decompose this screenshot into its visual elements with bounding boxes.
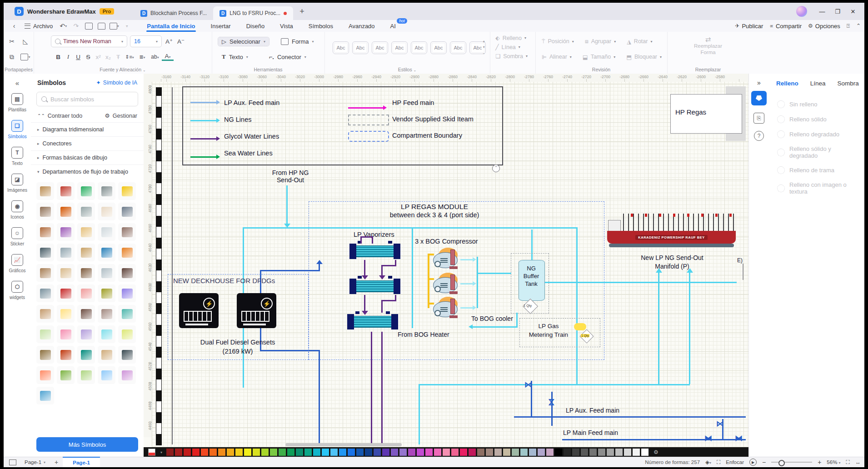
color-swatch[interactable] [253, 449, 260, 456]
symbol-thumbnail[interactable] [118, 223, 136, 241]
symbol-thumbnail[interactable] [98, 203, 115, 220]
symbol-thumbnail[interactable] [98, 182, 115, 200]
legend-label[interactable]: Sea Water Lines [224, 150, 273, 157]
color-swatch[interactable] [399, 449, 407, 456]
color-swatch[interactable] [520, 449, 528, 456]
sidebar-item-plantillas[interactable]: ▤Plantillas [7, 93, 27, 112]
symbol-thumbnail[interactable] [98, 223, 115, 241]
glycol-line[interactable] [360, 236, 373, 238]
sidebar-item-gráficos[interactable]: 📈Gráficos [7, 254, 27, 273]
app-tab[interactable]: D Wondershare EdrawMax Pro [4, 3, 120, 20]
more-symbols-button[interactable]: Más Símbolos [36, 437, 138, 452]
color-swatch[interactable] [313, 449, 320, 456]
valve-icon[interactable]: ⋈ [548, 399, 554, 406]
strikethrough-button[interactable]: S [84, 54, 93, 60]
ng-line[interactable] [544, 282, 737, 283]
highlight-button[interactable]: ab▾ [149, 54, 161, 60]
main-feed-bottom-line[interactable] [562, 439, 746, 440]
tab-sombra[interactable]: Sombra [838, 80, 859, 87]
symbol-thumbnail[interactable] [77, 223, 95, 241]
manage-button[interactable]: ⚙Gestionar [105, 112, 137, 119]
collapse-right-panel-button[interactable]: » [757, 79, 761, 86]
deck-edge-line[interactable] [172, 87, 173, 444]
style-swatch[interactable]: Abc [450, 41, 466, 54]
style-swatch[interactable]: Abc [391, 41, 408, 54]
symbol-thumbnail[interactable] [57, 182, 75, 200]
symbol-thumbnail[interactable] [118, 244, 136, 261]
legend-label[interactable]: Compartment Boundary [392, 132, 462, 139]
metering-train-label[interactable]: LP GasMetering Train [524, 322, 574, 339]
legend-label[interactable]: LP Aux. Feed main [224, 99, 279, 106]
line-quick-button[interactable]: ╱Línea ▾ [495, 44, 528, 50]
color-swatch[interactable] [451, 449, 459, 456]
glycol-line[interactable] [364, 295, 365, 312]
symbol-thumbnail[interactable] [118, 182, 136, 200]
sidebar-item-sticker[interactable]: ☺Sticker [7, 227, 27, 246]
paste-icon[interactable]: ▾ [20, 51, 31, 62]
glycol-line[interactable] [381, 300, 396, 301]
symbol-thumbnail[interactable] [36, 203, 54, 220]
fill-quick-button[interactable]: ⬖Relleno ▾ [495, 35, 528, 41]
menu-vista[interactable]: Vista [272, 20, 301, 32]
shadow-quick-button[interactable]: ❏Sombra ▾ [495, 53, 528, 60]
style-swatch[interactable]: Abc [430, 41, 447, 54]
symbol-thumbnail[interactable] [57, 203, 75, 220]
print-button[interactable] [95, 21, 107, 31]
vaporizer-shape[interactable] [349, 280, 400, 292]
main-feed-line[interactable] [319, 350, 320, 444]
symbol-thumbnail[interactable] [98, 366, 115, 384]
symbol-thumbnail[interactable] [77, 182, 95, 200]
zoom-slider-knob[interactable] [778, 460, 785, 466]
color-swatch[interactable] [494, 449, 502, 456]
symbol-thumbnail[interactable] [57, 346, 75, 364]
decrease-font-button[interactable]: A⁻ [176, 38, 185, 45]
user-avatar[interactable] [796, 6, 807, 17]
main-feed-line[interactable] [551, 392, 553, 426]
symbol-thumbnail[interactable] [36, 182, 54, 200]
ng-outlet-line[interactable] [460, 259, 474, 260]
color-swatch[interactable] [469, 449, 476, 456]
legend-swatch[interactable] [348, 131, 389, 142]
rotate-button[interactable]: ◮Rotar▾ [627, 38, 652, 45]
symbol-thumbnail[interactable] [36, 387, 54, 404]
tab-línea[interactable]: Línea [810, 80, 826, 87]
category-2[interactable]: ▸Formas básicas de dibujo [31, 150, 144, 165]
lock-button[interactable]: ⬒Bloquear▾ [626, 54, 662, 60]
fit-page-icon[interactable]: ⛶ [846, 459, 850, 465]
new-tab-button[interactable]: + [299, 7, 304, 16]
color-swatch[interactable] [261, 449, 269, 456]
color-swatch[interactable] [244, 449, 251, 456]
ng-line[interactable] [419, 384, 690, 385]
to-bog-cooler-label[interactable]: To BOG cooler [471, 315, 513, 322]
legend-swatch[interactable] [190, 138, 217, 140]
align-button[interactable]: ≣▾ [136, 54, 148, 60]
align-shapes-button[interactable]: ⊫Alinear▾ [542, 54, 572, 60]
color-swatch[interactable] [529, 449, 536, 456]
ng-line[interactable] [576, 227, 578, 384]
color-swatch[interactable] [382, 449, 389, 456]
fill-option-5[interactable]: Relleno con imagen o textura [769, 178, 864, 199]
italic-button[interactable]: I [64, 53, 73, 60]
copy-icon[interactable]: ⧉ [6, 51, 17, 62]
menu-símbolos[interactable]: Símbolos [301, 20, 341, 32]
style-scroll-arrows[interactable]: ▴▾⌄ [482, 39, 485, 55]
color-swatch[interactable] [555, 449, 562, 456]
menu-ai[interactable]: AIhot [383, 20, 404, 32]
symbol-thumbnail[interactable] [98, 284, 115, 302]
glycol-line[interactable] [381, 300, 383, 313]
legend-label[interactable]: Glycol Water Lines [224, 133, 279, 140]
aux-feed-label[interactable]: LP Aux. Feed main [566, 407, 619, 414]
zoom-in-button[interactable]: + [818, 459, 821, 466]
color-swatch[interactable] [296, 449, 303, 456]
replace-shape-button[interactable]: ⇄ ReemplazarForma [667, 36, 749, 55]
pages-icon[interactable] [9, 459, 16, 465]
layers-icon[interactable]: ◈▾ [705, 459, 711, 465]
color-swatch[interactable] [598, 449, 605, 456]
color-swatch[interactable] [218, 449, 225, 456]
redo-button[interactable]: ↷ [70, 21, 82, 31]
vaporizer-shape[interactable] [349, 245, 400, 257]
ng-line[interactable] [412, 227, 413, 328]
color-swatch[interactable] [546, 449, 554, 456]
ng-line[interactable] [472, 326, 518, 328]
play-icon[interactable]: ▶ [749, 459, 757, 466]
